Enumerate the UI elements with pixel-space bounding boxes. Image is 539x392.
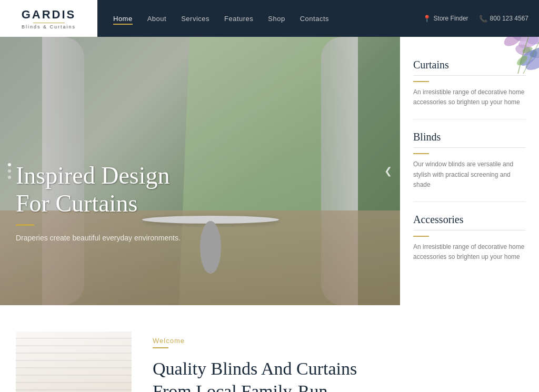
hero-dots	[8, 163, 11, 179]
nav-item-about[interactable]: About	[147, 14, 166, 23]
sidebar-blinds-accent	[413, 153, 429, 154]
nav-item-features[interactable]: Features	[224, 14, 253, 23]
dot-1[interactable]	[8, 163, 11, 166]
phone-label: 800 123 4567	[490, 15, 528, 22]
phone-icon: 📞	[479, 15, 487, 23]
lower-img-overlay	[16, 331, 132, 392]
brand-name: GARDIS	[22, 8, 76, 22]
nav-item-home[interactable]: Home	[113, 14, 133, 23]
sidebar-blinds-title: Blinds	[413, 131, 526, 143]
sidebar-accessories: Accessories An irresistible range of dec…	[413, 202, 526, 274]
sidebar-blinds: Blinds Our window blinds are versatile a…	[413, 119, 526, 202]
brand-tagline: Blinds & Curtains	[22, 24, 76, 29]
lower-section: Welcome Quality Blinds And Curtains From…	[0, 305, 539, 392]
welcome-accent	[153, 347, 168, 348]
store-finder-label: Store Finder	[434, 15, 468, 22]
store-finder[interactable]: 📍 Store Finder	[423, 15, 468, 23]
nav-link-services[interactable]: Services	[181, 15, 209, 23]
nav-item-services[interactable]: Services	[181, 14, 209, 23]
nav-link-features[interactable]: Features	[224, 15, 253, 23]
hero-text-block: Inspired Design For Curtains Draperies c…	[16, 162, 181, 242]
phone-number[interactable]: 📞 800 123 4567	[479, 15, 528, 23]
sidebar-curtains-accent	[413, 81, 429, 82]
heading-line2: From Local Family-Run	[153, 381, 327, 393]
nav-item-shop[interactable]: Shop	[268, 14, 285, 23]
dot-3[interactable]	[8, 176, 11, 179]
hero-image: Inspired Design For Curtains Draperies c…	[0, 37, 400, 305]
hero-arrow-right[interactable]: ❮	[384, 165, 392, 177]
dot-2[interactable]	[8, 169, 11, 173]
nav-link-home[interactable]: Home	[113, 15, 133, 25]
sidebar-accessories-accent	[413, 236, 429, 237]
location-icon: 📍	[423, 15, 431, 23]
hero-accent-line	[16, 224, 34, 226]
hero-title: Inspired Design For Curtains	[16, 162, 181, 218]
heading-line1: Quality Blinds And Curtains	[153, 359, 357, 378]
logo[interactable]: GARDIS Blinds & Curtains	[0, 0, 97, 37]
lower-content: Welcome Quality Blinds And Curtains From…	[153, 331, 523, 392]
lower-image	[16, 331, 132, 392]
hero-sidebar: Curtains An irresistible range of decora…	[400, 37, 539, 305]
nav-item-contacts[interactable]: Contacts	[300, 14, 329, 23]
sidebar-blinds-desc: Our window blinds are versatile and styl…	[413, 159, 526, 190]
hero-section: Inspired Design For Curtains Draperies c…	[0, 37, 539, 305]
welcome-label: Welcome	[153, 337, 523, 345]
sidebar-accessories-desc: An irresistible range of decorative home…	[413, 242, 526, 262]
navbar: GARDIS Blinds & Curtains Home About Serv…	[0, 0, 539, 37]
sidebar-blinds-divider	[413, 147, 526, 148]
nav-links: Home About Services Features Shop Contac…	[113, 14, 423, 23]
nav-link-contacts[interactable]: Contacts	[300, 15, 329, 23]
nav-link-shop[interactable]: Shop	[268, 15, 285, 23]
floral-svg	[439, 37, 539, 100]
hero-subtitle: Draperies create beautiful everyday envi…	[16, 234, 181, 242]
logo-divider	[33, 23, 65, 23]
nav-utilities: 📍 Store Finder 📞 800 123 4567	[423, 15, 528, 23]
sidebar-accessories-divider	[413, 230, 526, 230]
sidebar-accessories-title: Accessories	[413, 214, 526, 226]
nav-link-about[interactable]: About	[147, 15, 166, 23]
floral-decoration	[434, 37, 539, 105]
lower-heading: Quality Blinds And Curtains From Local F…	[153, 358, 523, 392]
